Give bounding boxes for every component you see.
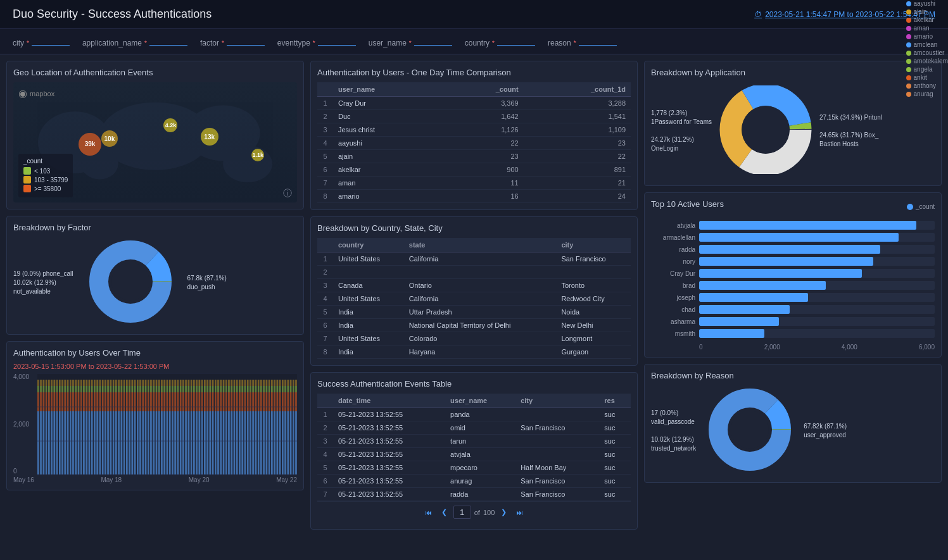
table-row: 2 bbox=[317, 266, 631, 279]
country-table: country state city 1United StatesCalifor… bbox=[317, 238, 631, 359]
factor-label-2: 10.02k (12.9%) bbox=[13, 279, 73, 286]
bubble-13k: 13k bbox=[201, 128, 218, 146]
factor-title: Breakdown by Factor bbox=[13, 223, 297, 232]
table-row: 5ajain2322 bbox=[317, 150, 631, 163]
reason-label-4: trusted_network bbox=[651, 445, 696, 452]
table-row: 6akelkar900891 bbox=[317, 163, 631, 177]
table-row: 705-21-2023 13:52:55raddaSan Franciscosu… bbox=[317, 488, 631, 501]
app-label-7: Bastion Hosts bbox=[819, 140, 882, 147]
pg-total: 100 bbox=[483, 509, 495, 516]
top10-panel: Top 10 Active Users _count atvjalaarmacl… bbox=[644, 192, 942, 358]
filter-input-eventtype[interactable] bbox=[318, 35, 356, 46]
filter-input-user_name[interactable] bbox=[414, 35, 452, 46]
pg-of: of bbox=[474, 509, 480, 516]
top10-title: Top 10 Active Users bbox=[651, 199, 724, 209]
reason-title: Breakdown by Reason bbox=[651, 371, 935, 380]
factor-label-4: 67.8k (87.1%) bbox=[187, 275, 227, 282]
app-title: Duo Security - Success Authentications bbox=[13, 8, 212, 21]
app-panel: Breakdown by Application 1,778 (2.3%) 1P… bbox=[644, 61, 942, 186]
map-legend: _count < 103 103 - 35799 >= 35800 bbox=[18, 154, 73, 197]
bar-row: brad bbox=[651, 281, 935, 290]
bar-row: atvjala bbox=[651, 221, 935, 230]
filter-input-application_name[interactable] bbox=[149, 35, 187, 46]
auth-users-table: user_name _count _count_1d 1Cray Dur3,36… bbox=[317, 82, 631, 203]
table-row: 305-21-2023 13:52:55tarunsuc bbox=[317, 435, 631, 448]
table-row: 4aayushi2223 bbox=[317, 137, 631, 150]
pg-first[interactable]: ⏮ bbox=[422, 507, 435, 518]
bar-row: Cray Dur bbox=[651, 269, 935, 278]
time-x-axis: May 16May 18May 20May 22 bbox=[13, 476, 297, 483]
bar-chart: atvjalaarmaclellanraddanoryCray Durbradj… bbox=[651, 218, 935, 341]
reason-label-1: 17 (0.0%) bbox=[651, 409, 696, 416]
right-column: Breakdown by Application 1,778 (2.3%) 1P… bbox=[644, 61, 942, 530]
events-panel: Success Authentication Events Table date… bbox=[310, 372, 638, 530]
bar-row: radda bbox=[651, 245, 935, 254]
bubble-10k: 10k bbox=[101, 130, 118, 147]
reason-label-2: valid_passcode bbox=[651, 418, 696, 425]
events-table: date_time user_name city res 105-21-2023… bbox=[317, 394, 631, 501]
bubble-11k: 1.1k bbox=[251, 149, 264, 161]
mapbox-label: ◉ mapbox bbox=[18, 87, 54, 99]
app-title: Breakdown by Application bbox=[651, 68, 935, 77]
table-row: 105-21-2023 13:52:55pandasuc bbox=[317, 408, 631, 421]
legend-item-amcoustier: amcoustier bbox=[906, 49, 948, 56]
clock-icon: ⏱ bbox=[754, 10, 762, 19]
svg-point-24 bbox=[742, 106, 790, 154]
svg-point-9 bbox=[111, 263, 149, 301]
auth-users-panel: Authentication by Users - One Day Time C… bbox=[310, 61, 638, 210]
auth-time-range: 2023-05-15 1:53:00 PM to 2023-05-22 1:53… bbox=[13, 363, 297, 370]
legend-item-aayushi: aayushi bbox=[906, 0, 948, 7]
info-icon[interactable]: ⓘ bbox=[283, 188, 292, 199]
legend-item-amotekalem: amotekalem bbox=[906, 58, 948, 65]
bubble-39k: 39k bbox=[79, 133, 101, 156]
top10-legend: _count bbox=[907, 203, 935, 210]
reason-donut bbox=[702, 389, 797, 471]
pagination: ⏮ ❮ of 100 ❯ ⏭ bbox=[317, 501, 631, 523]
legend-item-anurag: anurag bbox=[906, 90, 948, 97]
table-row: 5IndiaUttar PradeshNoida bbox=[317, 306, 631, 319]
legend-item-ajain: ajain bbox=[906, 8, 948, 15]
main-content: Geo Location of Authentication Events 39… bbox=[0, 54, 948, 536]
left-column: Geo Location of Authentication Events 39… bbox=[6, 61, 304, 530]
table-row: 4United StatesCaliforniaRedwood City bbox=[317, 292, 631, 306]
auth-users-title: Authentication by Users - One Day Time C… bbox=[317, 68, 631, 77]
filter-input-reason[interactable] bbox=[579, 35, 617, 46]
pg-next[interactable]: ❯ bbox=[498, 507, 510, 518]
table-row: 605-21-2023 13:52:55anuragSan Franciscos… bbox=[317, 475, 631, 488]
filter-input-factor[interactable] bbox=[227, 35, 265, 46]
table-row: 8amario1624 bbox=[317, 190, 631, 203]
table-row: 1United StatesCaliforniaSan Francisco bbox=[317, 252, 631, 266]
filter-eventtype: eventtype* bbox=[277, 35, 356, 47]
auth-time-panel: Authentication by Users Over Time 2023-0… bbox=[6, 341, 304, 490]
bar-row: asharma bbox=[651, 317, 935, 326]
filter-input-country[interactable] bbox=[497, 35, 535, 46]
pg-prev[interactable]: ❮ bbox=[438, 507, 450, 518]
legend-item-aman: aman bbox=[906, 25, 948, 32]
filter-user_name: user_name* bbox=[369, 35, 452, 47]
app-donut bbox=[715, 85, 816, 174]
legend-item-amario: amario bbox=[906, 33, 948, 40]
app-label-3: 24.27k (31.2%) bbox=[651, 136, 712, 143]
pg-current-input[interactable] bbox=[453, 506, 471, 519]
bar-row: chad bbox=[651, 305, 935, 314]
bar-row: joseph bbox=[651, 293, 935, 302]
bar-row: nory bbox=[651, 257, 935, 266]
pg-last[interactable]: ⏭ bbox=[513, 507, 526, 518]
table-row: 205-21-2023 13:52:55omidSan Franciscosuc bbox=[317, 421, 631, 435]
time-legend: aayushiajainakelkaramanamarioamcleanamco… bbox=[906, 0, 948, 97]
table-row: 2Duc1,6421,541 bbox=[317, 110, 631, 123]
bar-row: msmith bbox=[651, 329, 935, 338]
legend-item-akelkar: akelkar bbox=[906, 16, 948, 23]
table-row: 8IndiaHaryanaGurgaon bbox=[317, 345, 631, 359]
bar-row: armaclellan bbox=[651, 233, 935, 242]
filter-city: city* bbox=[13, 35, 70, 47]
app-label-2: 1Password for Teams bbox=[651, 118, 712, 125]
reason-label-5: 67.82k (87.1%) bbox=[804, 423, 847, 430]
filter-input-city[interactable] bbox=[32, 35, 70, 46]
factor-donut bbox=[80, 240, 181, 323]
country-panel: Breakdown by Country, State, City countr… bbox=[310, 216, 638, 366]
table-row: 1Cray Dur3,3693,288 bbox=[317, 97, 631, 110]
svg-point-3 bbox=[223, 146, 272, 182]
table-row: 405-21-2023 13:52:55atvjalasuc bbox=[317, 448, 631, 461]
table-row: 6IndiaNational Capital Territory of Delh… bbox=[317, 319, 631, 332]
